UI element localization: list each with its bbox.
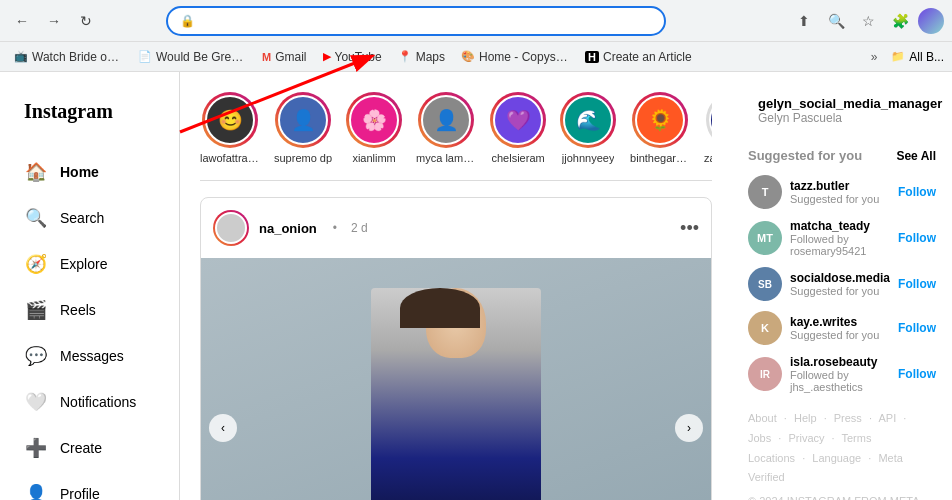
footer-link-api[interactable]: API (878, 412, 896, 424)
lock-icon: 🔒 (180, 14, 195, 28)
nav-item-explore[interactable]: 🧭 Explore (12, 243, 167, 285)
footer-link-jobs[interactable]: Jobs (748, 432, 771, 444)
main-feed: 😊 lawofattrac... 👤 supremo dp 🌸 xianlimm… (180, 72, 732, 500)
follow-button-2[interactable]: Follow (898, 277, 936, 291)
suggestion-info-2: socialdose.media Suggested for you (790, 271, 890, 297)
forward-button[interactable]: → (40, 7, 68, 35)
follow-button-0[interactable]: Follow (898, 185, 936, 199)
footer-link-help[interactable]: Help (794, 412, 817, 424)
follow-button-1[interactable]: Follow (898, 231, 936, 245)
bookmark-label-6: Create an Article (603, 50, 692, 64)
right-user-section: 👤 gelyn_social_media_manager Gelyn Pascu… (748, 88, 936, 132)
reels-icon: 🎬 (24, 299, 48, 321)
story-avatar-inner-3: 👤 (421, 95, 471, 145)
nav-item-home[interactable]: 🏠 Home (12, 151, 167, 193)
post-next-button[interactable]: › (675, 414, 703, 442)
reload-button[interactable]: ↻ (72, 7, 100, 35)
url-input[interactable]: instagram.com (201, 13, 652, 28)
bookmark-gmail[interactable]: M Gmail (256, 48, 313, 66)
story-name-4: chelsieram (492, 152, 545, 164)
bookmark-label-5: Home - Copysmith... (479, 50, 569, 64)
bookmark-watch-bride[interactable]: 📺 Watch Bride of the... (8, 48, 128, 66)
bookmark-maps[interactable]: 📍 Maps (392, 48, 451, 66)
bookmark-icon-0: 📺 (14, 50, 28, 63)
bookmark-youtube[interactable]: ▶ YouTube (317, 48, 388, 66)
bookmark-copysmith[interactable]: 🎨 Home - Copysmith... (455, 48, 575, 66)
story-avatar-inner-1: 👤 (278, 95, 328, 145)
bookmark-button[interactable]: ☆ (854, 7, 882, 35)
bookmark-would-be[interactable]: 📄 Would Be Great if... (132, 48, 252, 66)
footer-link-separator6: · (832, 432, 835, 444)
extension-button[interactable]: 🧩 (886, 7, 914, 35)
footer-link-privacy[interactable]: Privacy (788, 432, 824, 444)
post-separator: • (333, 221, 337, 235)
download-button[interactable]: ⬆ (790, 7, 818, 35)
instagram-app: Instagram 🏠 Home 🔍 Search 🧭 Explore 🎬 Re… (0, 72, 952, 500)
story-item-2[interactable]: 🌸 xianlimm (346, 92, 402, 164)
story-item-0[interactable]: 😊 lawofattrac... (200, 92, 260, 164)
bookmark-create-article[interactable]: H Create an Article (579, 48, 698, 66)
suggestion-0: T tazz.butler Suggested for you Follow (748, 175, 936, 209)
nav-item-notifications[interactable]: 🤍 Notifications (12, 381, 167, 423)
see-all-button[interactable]: See All (896, 149, 936, 163)
follow-button-4[interactable]: Follow (898, 367, 936, 381)
footer-links: About · Help · Press · API · Jobs · Priv… (748, 409, 936, 500)
back-button[interactable]: ← (8, 7, 36, 35)
nav-label-create: Create (60, 440, 102, 456)
bookmark-icon-2: M (262, 51, 271, 63)
suggestion-info-0: tazz.butler Suggested for you (790, 179, 890, 205)
bookmark-icon-6: H (585, 51, 599, 63)
nav-item-messages[interactable]: 💬 Messages (12, 335, 167, 377)
story-item-7[interactable]: › zadiesunse... (704, 92, 712, 164)
story-avatar-5: 🌊 (560, 92, 616, 148)
nav-buttons: ← → ↻ (8, 7, 100, 35)
search-icon: 🔍 (24, 207, 48, 229)
bookmark-icon-3: ▶ (323, 50, 331, 63)
follow-button-3[interactable]: Follow (898, 321, 936, 335)
nav-item-create[interactable]: ➕ Create (12, 427, 167, 469)
post-0: na_onion • 2 d ••• ‹ › (200, 197, 712, 500)
nav-item-reels[interactable]: 🎬 Reels (12, 289, 167, 331)
story-item-1[interactable]: 👤 supremo dp (274, 92, 332, 164)
bookmarks-bar: 📺 Watch Bride of the... 📄 Would Be Great… (0, 42, 952, 72)
bookmarks-all[interactable]: 📁 All B... (891, 50, 944, 64)
create-icon: ➕ (24, 437, 48, 459)
post-prev-button[interactable]: ‹ (209, 414, 237, 442)
story-avatar-inner-7: › (709, 95, 712, 145)
footer-copyright: © 2024 INSTAGRAM FROM META (748, 492, 936, 500)
right-name: Gelyn Pascuela (758, 111, 942, 125)
bookmarks-more-button[interactable]: » (865, 48, 884, 66)
suggestion-info-3: kay.e.writes Suggested for you (790, 315, 890, 341)
story-avatar-0: 😊 (202, 92, 258, 148)
footer-link-about[interactable]: About (748, 412, 777, 424)
story-item-4[interactable]: 💜 chelsieram (490, 92, 546, 164)
right-user-info: gelyn_social_media_manager Gelyn Pascuel… (758, 96, 942, 125)
right-panel: 👤 gelyn_social_media_manager Gelyn Pascu… (732, 72, 952, 500)
nav-label-profile: Profile (60, 486, 100, 500)
post-time: 2 d (351, 221, 368, 235)
suggestion-note-2: Suggested for you (790, 285, 890, 297)
footer-link-language[interactable]: Language (812, 452, 861, 464)
suggestion-avatar-0: T (748, 175, 782, 209)
suggestion-avatar-1: MT (748, 221, 782, 255)
nav-item-profile[interactable]: 👤 Profile (12, 473, 167, 500)
post-more-button[interactable]: ••• (680, 218, 699, 239)
footer-link-locations[interactable]: Locations (748, 452, 795, 464)
post-image-container: ‹ › (201, 258, 711, 500)
story-item-3[interactable]: 👤 myca lama... (416, 92, 476, 164)
zoom-button[interactable]: 🔍 (822, 7, 850, 35)
suggested-header: Suggested for you See All (748, 148, 936, 163)
nav-item-search[interactable]: 🔍 Search (12, 197, 167, 239)
bookmark-label-1: Would Be Great if... (156, 50, 246, 64)
address-bar[interactable]: 🔒 instagram.com (166, 6, 666, 36)
footer-link-terms[interactable]: Terms (841, 432, 871, 444)
suggestion-note-0: Suggested for you (790, 193, 890, 205)
messages-icon: 💬 (24, 345, 48, 367)
footer-link-press[interactable]: Press (834, 412, 862, 424)
profile-button[interactable] (918, 8, 944, 34)
story-item-5[interactable]: 🌊 jjohnnyeey (560, 92, 616, 164)
post-user-avatar (213, 210, 249, 246)
home-icon: 🏠 (24, 161, 48, 183)
story-name-3: myca lama... (416, 152, 476, 164)
story-item-6[interactable]: 🌻 binthegard... (630, 92, 690, 164)
